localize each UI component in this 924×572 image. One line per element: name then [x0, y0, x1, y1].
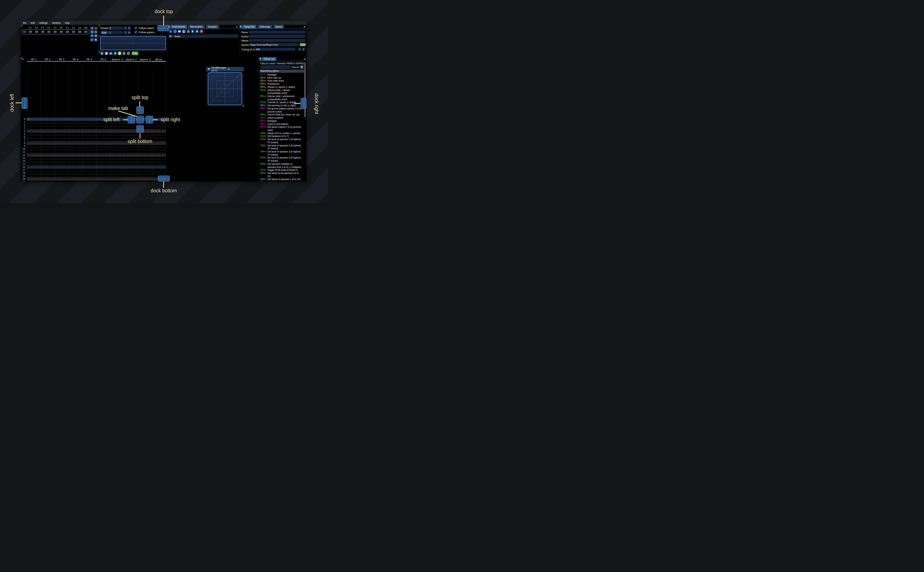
instrument-delete-button[interactable]: ✕ — [199, 30, 203, 33]
panel-collapse-button[interactable] — [239, 25, 242, 29]
instrument-add-button[interactable]: + — [169, 30, 172, 33]
tab-song-info[interactable]: Song Info — [242, 25, 257, 29]
oscilloscope-titlebar[interactable]: Oscilloscope (X-Y) ✕ — [206, 67, 244, 71]
channel-header-fm-5[interactable]: FM 5 — [83, 57, 97, 62]
effect-row-05xy[interactable]: 05xyVolume slide + vibrato (compatibilit… — [260, 89, 304, 95]
step-plus-button[interactable]: + — [128, 31, 131, 34]
instrument-save-button[interactable] — [182, 30, 185, 33]
channel-header-noise[interactable]: Noise — [152, 57, 166, 62]
instrument-move-down-button[interactable] — [195, 30, 199, 33]
effect-row-02xx[interactable]: 02xxPitch slide down — [260, 79, 304, 82]
order-value[interactable]: 00 — [27, 31, 33, 33]
step-minus-button[interactable]: - — [124, 31, 127, 34]
dock-top-button[interactable] — [157, 25, 169, 31]
channel-header-fm-1[interactable]: FM 1 — [27, 57, 41, 62]
channel-header-fm-3[interactable]: FM 3 — [55, 57, 69, 62]
effect-row-19xx[interactable]: 19xxSet attack of all operators (0 to 1F… — [260, 172, 304, 178]
order-deep-clone-button[interactable] — [94, 34, 98, 37]
play-from-cursor-button[interactable] — [104, 51, 108, 55]
order-value[interactable]: 00 — [46, 31, 52, 33]
menu-item-file[interactable]: file — [23, 22, 26, 25]
effect-row-16xy[interactable]: 16xySet operator multiplier (x: operator… — [260, 162, 304, 168]
step-input[interactable]: 1 — [108, 31, 123, 34]
menu-item-settings[interactable]: settings — [39, 22, 48, 25]
order-down-button[interactable] — [90, 34, 94, 37]
author-field[interactable] — [249, 35, 306, 38]
pattern-expand-button[interactable]: ++ — [22, 58, 23, 61]
poly-toggle-button[interactable]: Poly — [132, 51, 138, 55]
tab-speed[interactable]: Speed — [273, 25, 284, 29]
effect-row-04xy[interactable]: 04xyVibrato (x: speed; y: depth) — [260, 85, 304, 89]
effect-row-1Bxx[interactable]: 1BxxSet attack of operator 2 (0 to 1F) — [260, 181, 304, 182]
split-right-button[interactable] — [146, 116, 153, 123]
album-field[interactable] — [249, 39, 306, 42]
order-add-button[interactable]: + — [90, 26, 94, 30]
effect-row-1Axx[interactable]: 1AxxSet attack of operator 1 (0 to 1F) — [260, 178, 304, 181]
order-value[interactable]: 00 — [70, 31, 76, 33]
split-bottom-button[interactable] — [136, 125, 144, 133]
name-field[interactable] — [249, 31, 306, 34]
channel-header-square-3[interactable]: Square 3 — [138, 57, 152, 62]
play-one-row-button[interactable] — [109, 51, 112, 55]
effect-row-0Fxx[interactable]: 0FxxSet speed (speed 2 if no grooves exi… — [260, 126, 304, 132]
panel-collapse-button[interactable] — [259, 57, 262, 61]
system-auto-button[interactable]: Auto — [300, 43, 306, 46]
effect-row-03xx[interactable]: 03xxPortamento — [260, 82, 304, 85]
effect-list-menu-button[interactable] — [300, 65, 304, 69]
instrument-move-up-button[interactable] — [191, 30, 195, 33]
effect-row-01xx[interactable]: 01xxPitch slide up — [260, 76, 304, 79]
instrument-duplicate-button[interactable] — [173, 30, 177, 33]
repeat-pattern-button[interactable] — [126, 51, 130, 55]
effect-row-14xx[interactable]: 14xxSet level of operator 3 (0 highest, … — [260, 150, 304, 156]
octave-plus-button[interactable]: + — [128, 26, 131, 30]
dock-right-button[interactable] — [301, 98, 306, 109]
order-value[interactable]: 00 — [64, 31, 70, 33]
effect-row-12xx[interactable]: 12xxSet level of operator 1 (0 highest, … — [260, 138, 304, 144]
effect-row-11xx[interactable]: 11xxSet feedback (0 to 7) — [260, 135, 304, 138]
follow-orders-checkbox[interactable]: ✓ — [134, 26, 137, 30]
effect-row-00xy[interactable]: 00xyArpeggio — [260, 73, 304, 76]
close-icon[interactable]: ✕ — [304, 58, 306, 61]
effect-row-06xy[interactable]: 06xyVolume slide + portamento (compatibi… — [260, 95, 304, 101]
menu-item-window[interactable]: window — [52, 22, 61, 25]
menu-item-edit[interactable]: edit — [31, 22, 34, 25]
close-icon[interactable]: ✕ — [236, 25, 238, 28]
split-top-button[interactable] — [136, 106, 144, 114]
orders-selected-row[interactable]: 0000000000000000000000 — [22, 30, 89, 34]
effect-row-0Bxx[interactable]: 0BxxJump to pattern — [260, 116, 304, 120]
effect-row-17xx[interactable]: 17xxToggle PCM mode (LEGACY) — [260, 168, 304, 172]
effect-row-08xy[interactable]: 08xySet panning (x: left; y: right) — [260, 104, 304, 107]
system-field[interactable]: Sega Genesis/Mega Drive — [249, 43, 299, 46]
split-left-button[interactable] — [128, 116, 135, 123]
channel-header-fm-2[interactable]: FM 2 — [41, 57, 55, 62]
octave-minus-button[interactable]: - — [124, 26, 127, 30]
channel-header-fm-4[interactable]: FM 4 — [69, 57, 83, 62]
octave-input[interactable]: 3 — [108, 26, 123, 30]
tuning-field[interactable]: 440 — [255, 48, 296, 51]
resize-grip[interactable] — [242, 104, 244, 107]
channel-header-square-1[interactable]: Square 1 — [110, 57, 124, 62]
dock-left-button[interactable] — [22, 98, 27, 109]
channel-header-square-2[interactable]: Square 2 — [124, 57, 138, 62]
instrument-toggle-dir-button[interactable] — [187, 30, 190, 33]
order-value[interactable]: 00 — [83, 31, 89, 33]
order-value[interactable]: 00 — [76, 31, 83, 33]
order-value[interactable]: 00 — [52, 31, 58, 33]
effect-row-0Axy[interactable]: 0AxyVolume slide (0y: down; x0: up) — [260, 113, 304, 116]
effect-search-input[interactable] — [260, 65, 291, 69]
instrument-list-item-none[interactable]: - None - — [168, 35, 238, 38]
tab-wavetables[interactable]: Wavetables — [188, 25, 205, 29]
effect-row-0Cxx[interactable]: 0CxxRetrigger — [260, 120, 304, 123]
tuning-plus-button[interactable]: + — [302, 48, 305, 51]
tab-instruments[interactable]: Instruments — [170, 25, 187, 29]
effect-row-10xy[interactable]: 10xySetup LFO (x: enable; y: speed) — [260, 132, 304, 135]
order-value[interactable]: 00 — [40, 31, 46, 33]
effect-row-15xx[interactable]: 15xxSet level of operator 4 (0 highest, … — [260, 156, 304, 162]
metronome-button[interactable] — [122, 51, 126, 55]
effect-row-09xx[interactable]: 09xxSet groove pattern (speed 1 if no gr… — [260, 107, 304, 113]
effect-row-0Dxx[interactable]: 0DxxJump to next pattern — [260, 123, 304, 126]
order-value[interactable]: 00 — [58, 31, 64, 33]
effect-row-13xx[interactable]: 13xxSet level of operator 2 (0 highest, … — [260, 144, 304, 150]
advance-row-button[interactable] — [114, 51, 117, 55]
order-edit-mode-button[interactable] — [94, 38, 98, 41]
